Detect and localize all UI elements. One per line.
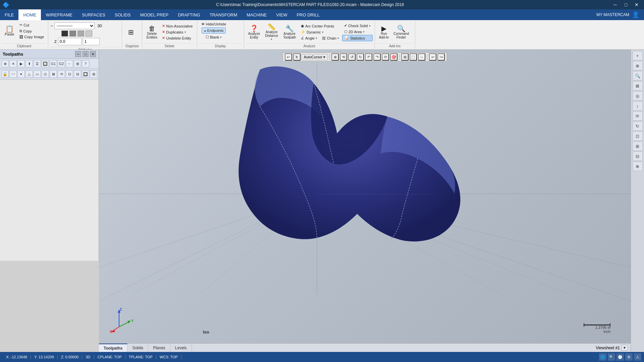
tab-toolpaths[interactable]: Toolpaths bbox=[99, 344, 127, 352]
sec-btn-2[interactable]: ⊕ bbox=[331, 53, 339, 61]
sec-btn-8[interactable]: ⟳ bbox=[382, 53, 389, 61]
status-time-btn[interactable]: 🕐 bbox=[616, 353, 624, 361]
run-addin-button[interactable]: ▶ RunAdd-In bbox=[377, 23, 391, 42]
close-button[interactable]: ✕ bbox=[632, 1, 641, 8]
paste-button[interactable]: 📋 Paste bbox=[2, 21, 17, 40]
color-swatch[interactable] bbox=[61, 31, 68, 37]
sec-btn-12[interactable]: ↔ bbox=[418, 53, 425, 61]
menu-drafting[interactable]: DRAFTING bbox=[173, 9, 205, 20]
status-settings-btn[interactable]: ⚙ bbox=[625, 353, 633, 361]
2d-area-button[interactable]: ⬡ 2D Area ▾ bbox=[342, 29, 373, 35]
sec-btn-9[interactable]: 🎯 bbox=[390, 53, 397, 61]
sec-btn-1[interactable]: ↩ bbox=[285, 53, 292, 61]
undelete-button[interactable]: ✕ Undelete Entity bbox=[160, 35, 195, 41]
rt-btn-12[interactable]: ⊕ bbox=[633, 162, 643, 171]
sec-btn-cursor[interactable]: 🖱 bbox=[293, 53, 301, 61]
rt-btn-4[interactable]: ⊠ bbox=[633, 81, 643, 90]
analyze-entity-button[interactable]: ❓ AnalyzeEntity bbox=[246, 23, 262, 42]
z-input[interactable]: 0.0 bbox=[58, 38, 82, 45]
tp-btn-27[interactable]: ⊠ bbox=[50, 70, 57, 78]
menu-machine[interactable]: MACHINE bbox=[242, 9, 271, 20]
rt-btn-3[interactable]: 🔍 bbox=[633, 71, 643, 80]
rt-btn-5[interactable]: ◎ bbox=[633, 91, 643, 101]
tab-levels[interactable]: Levels bbox=[170, 344, 192, 352]
viewport[interactable]: ↩ 🖱 AutoCursor ▾ ⊕ ⟲ ↺ ↻ ↶ ↷ ⟳ 🎯 ⊞ ⬚ ↔ ↩… bbox=[99, 50, 631, 352]
status-zoom-btn[interactable]: 🔍 bbox=[608, 353, 615, 361]
minimize-button[interactable]: ─ bbox=[610, 1, 620, 8]
autocursor-button[interactable]: AutoCursor ▾ bbox=[302, 54, 328, 60]
delete-entities-button[interactable]: 🗑 DeleteEntities bbox=[144, 23, 159, 42]
tp-btn-26[interactable]: ◷ bbox=[42, 70, 49, 78]
tp-btn-28[interactable]: ⟲ bbox=[58, 70, 65, 78]
rt-btn-10[interactable]: ⊞ bbox=[633, 141, 643, 151]
rt-btn-11[interactable]: ⊟ bbox=[633, 152, 643, 161]
line-style-select[interactable]: ────── bbox=[54, 22, 95, 29]
arc-center-points-button[interactable]: ◉ Arc Center Points bbox=[299, 23, 341, 29]
panel-close-btn[interactable]: ✕ bbox=[90, 51, 96, 57]
viewsheet-dropdown-btn[interactable]: ▾ bbox=[621, 345, 628, 351]
status-warn-btn[interactable]: ⚠ bbox=[634, 353, 641, 361]
tp-btn-9[interactable]: ← bbox=[66, 60, 73, 67]
tp-btn-31[interactable]: 🔲 bbox=[82, 70, 89, 78]
panel-minimize-btn[interactable]: ─ bbox=[75, 51, 81, 57]
color-swatch2[interactable] bbox=[69, 31, 76, 37]
menu-file[interactable]: FILE bbox=[0, 9, 18, 20]
organize-button[interactable]: ⊞ bbox=[124, 28, 138, 36]
tab-solids[interactable]: Solids bbox=[127, 344, 148, 352]
color-swatch4[interactable] bbox=[86, 31, 92, 37]
tp-btn-4[interactable]: ⬆ bbox=[25, 60, 33, 67]
menu-pro-drill[interactable]: PRO DRILL bbox=[292, 9, 324, 20]
tp-btn-32[interactable]: ⊞ bbox=[90, 70, 97, 78]
menu-solids[interactable]: SOLIDS bbox=[110, 9, 136, 20]
check-solid-button[interactable]: ✔ Check Solid ▾ bbox=[342, 23, 373, 28]
tp-btn-24[interactable]: △ bbox=[25, 70, 33, 78]
blank-button[interactable]: ☐ Blank ▾ bbox=[204, 34, 224, 40]
endpoints-button[interactable]: ⬥ Endpoints bbox=[202, 27, 226, 34]
tp-btn-3[interactable]: ▶ bbox=[17, 60, 25, 67]
analyze-distance-button[interactable]: 📏 AnalyzeDistance ▾ bbox=[263, 23, 280, 42]
menu-home[interactable]: HOME bbox=[18, 9, 41, 20]
tp-btn-23[interactable]: ▾ bbox=[17, 70, 25, 78]
menu-view[interactable]: VIEW bbox=[271, 9, 292, 20]
dynamic-button[interactable]: ⚡ Dynamic ▾ bbox=[299, 29, 341, 35]
tp-btn-21[interactable]: 🔒 bbox=[1, 70, 9, 78]
menu-surfaces[interactable]: SURFACES bbox=[77, 9, 110, 20]
num-input[interactable]: 1 bbox=[83, 38, 100, 45]
copy-image-button[interactable]: 🖼 Copy Image bbox=[17, 34, 46, 40]
menu-model-prep[interactable]: MODEL PREP bbox=[136, 9, 173, 20]
chain-button[interactable]: ⛓ Chain ▾ bbox=[320, 35, 341, 41]
sec-btn-3[interactable]: ⟲ bbox=[340, 53, 347, 61]
copy-button[interactable]: ⧉ Copy bbox=[17, 28, 46, 34]
sec-btn-5[interactable]: ↻ bbox=[357, 53, 364, 61]
tp-btn-22[interactable]: 〰 bbox=[9, 70, 17, 78]
tab-planes[interactable]: Planes bbox=[148, 344, 170, 352]
rt-btn-8[interactable]: ↻ bbox=[633, 121, 643, 131]
duplicates-button[interactable]: ✕ Duplicates ▾ bbox=[160, 29, 195, 35]
statistics-button[interactable]: 📊 Statistics bbox=[342, 35, 373, 41]
tp-btn-11[interactable]: ? bbox=[82, 60, 89, 67]
tp-btn-1[interactable]: ⊕ bbox=[1, 60, 9, 67]
tp-btn-2[interactable]: ✕ bbox=[9, 60, 17, 67]
rt-btn-7[interactable]: ⟳ bbox=[633, 111, 643, 121]
tp-btn-29[interactable]: ⊡ bbox=[66, 70, 73, 78]
sec-btn-10[interactable]: ⊞ bbox=[401, 53, 409, 61]
tp-btn-6[interactable]: 🔲 bbox=[42, 60, 49, 67]
tp-btn-7[interactable]: G1 bbox=[50, 60, 57, 67]
sec-btn-11[interactable]: ⬚ bbox=[410, 53, 417, 61]
sec-btn-4[interactable]: ↺ bbox=[348, 53, 356, 61]
command-finder-button[interactable]: 🔍 CommandFinder bbox=[391, 23, 411, 42]
color-swatch3[interactable] bbox=[77, 31, 84, 37]
sec-btn-undo[interactable]: ↩ bbox=[429, 53, 436, 61]
rt-btn-6[interactable]: ↕ bbox=[633, 101, 643, 111]
non-associative-button[interactable]: ✕ Non-Associative bbox=[160, 23, 195, 29]
menu-wireframe[interactable]: WIREFRAME bbox=[41, 9, 77, 20]
tp-btn-25[interactable]: ▭ bbox=[34, 70, 41, 78]
panel-float-btn[interactable]: □ bbox=[83, 51, 89, 57]
tp-btn-8[interactable]: G2 bbox=[58, 60, 65, 67]
rt-btn-9[interactable]: ⊡ bbox=[633, 131, 643, 141]
sec-btn-6[interactable]: ↶ bbox=[365, 53, 372, 61]
cut-button[interactable]: ✂ Cut bbox=[17, 22, 46, 28]
analyze-toolpath-button[interactable]: 🔧 AnalyzeToolpath bbox=[281, 23, 298, 42]
rt-btn-2[interactable]: ⊕ bbox=[633, 61, 643, 70]
sec-btn-7[interactable]: ↷ bbox=[373, 53, 381, 61]
